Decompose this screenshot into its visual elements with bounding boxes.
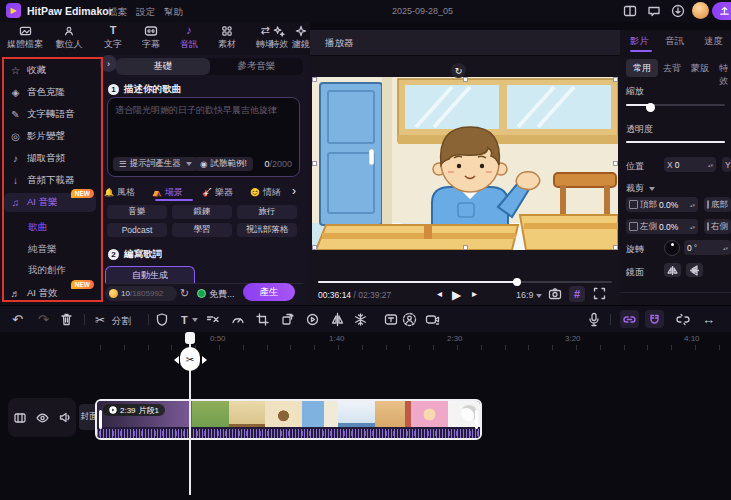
clip-trim-right-handle[interactable] bbox=[475, 410, 478, 429]
tag-vlog[interactable]: 視訊部落格 bbox=[237, 223, 297, 237]
aspect-ratio-dropdown[interactable]: 16:9 bbox=[516, 290, 542, 300]
category-instrument[interactable]: 🎸 樂器 bbox=[202, 186, 233, 199]
spinner-arrows-icon[interactable]: ▴▾ bbox=[690, 203, 695, 207]
position-x-stepper[interactable]: X0 ▴▾ bbox=[664, 157, 716, 172]
tags-more-button[interactable]: › bbox=[100, 55, 117, 72]
play-speed-icon[interactable] bbox=[306, 312, 319, 327]
avatar-circle-icon[interactable] bbox=[402, 312, 417, 327]
expand-timeline-icon[interactable]: ↔ bbox=[702, 312, 715, 327]
track-type-icon[interactable] bbox=[14, 412, 26, 424]
prompt-generator-button[interactable]: ☰ 提示詞產生器 bbox=[113, 157, 198, 171]
scale-slider[interactable] bbox=[626, 104, 725, 106]
lyrics-tab-auto-generate[interactable]: 自動生成 bbox=[105, 266, 195, 284]
generate-button[interactable]: 產生 bbox=[243, 283, 295, 301]
undo-icon[interactable]: ↶ bbox=[12, 312, 23, 327]
fullscreen-icon[interactable] bbox=[593, 287, 606, 300]
speed-gauge-icon[interactable] bbox=[231, 312, 245, 327]
split-label[interactable]: 分割 bbox=[112, 315, 131, 328]
category-mood[interactable]: 😊 情緒 bbox=[250, 186, 281, 199]
subtab-remove-bg[interactable]: 去背 bbox=[663, 62, 681, 75]
preview-canvas[interactable] bbox=[312, 77, 618, 250]
tab-speed[interactable]: 速度 bbox=[704, 35, 723, 48]
next-frame-button[interactable]: ▸ bbox=[472, 288, 477, 299]
tab-basic[interactable]: 基礎 bbox=[116, 58, 210, 75]
position-y-stepper[interactable]: Y bbox=[722, 157, 731, 172]
download-icon[interactable] bbox=[670, 3, 686, 19]
split-right-arrow-icon[interactable] bbox=[202, 356, 207, 364]
sidebar-subitem-my-creations[interactable]: 我的創作 bbox=[0, 261, 100, 279]
crop-bottom-field[interactable]: 底部 bbox=[704, 197, 731, 212]
track-mute-icon[interactable] bbox=[59, 412, 71, 423]
menu-help[interactable]: 幫助 bbox=[164, 6, 183, 19]
sidebar-subitem-instrumental[interactable]: 純音樂 bbox=[0, 240, 100, 258]
sample-button[interactable]: ◉ 試聽範例! bbox=[194, 157, 253, 171]
select-handle-right[interactable] bbox=[613, 161, 618, 166]
ribbon-effects[interactable]: 特效 bbox=[258, 24, 300, 54]
ribbon-media[interactable]: 媒體檔案 bbox=[4, 24, 46, 54]
rotate-handle-icon[interactable]: ↻ bbox=[451, 63, 466, 78]
crop-icon[interactable] bbox=[256, 312, 269, 327]
link-clips-toggle[interactable] bbox=[620, 310, 639, 328]
category-scene[interactable]: ⛺ 場景 bbox=[152, 186, 183, 199]
tag-podcast[interactable]: Podcast bbox=[107, 223, 167, 237]
subtab-mask[interactable]: 蒙版 bbox=[691, 62, 709, 75]
spinner-arrows-icon[interactable]: ▴▾ bbox=[690, 225, 695, 229]
tab-audio[interactable]: 音訊 bbox=[665, 35, 684, 48]
crop-right-field[interactable]: 右側 bbox=[704, 219, 731, 234]
flip-vertical-button[interactable] bbox=[686, 263, 703, 277]
record-camera-icon[interactable] bbox=[425, 312, 440, 327]
menu-settings[interactable]: 設定 bbox=[136, 6, 155, 19]
split-left-arrow-icon[interactable] bbox=[174, 356, 179, 364]
tag-travel[interactable]: 旅行 bbox=[237, 205, 297, 219]
ribbon-digital-human[interactable]: 數位人 bbox=[48, 24, 90, 54]
tab-video[interactable]: 影片 bbox=[630, 35, 649, 48]
sidebar-item-voice-clone[interactable]: ◈ 音色克隆 bbox=[4, 83, 96, 102]
sidebar-item-ai-music[interactable]: ♫ AI 音樂 NEW bbox=[4, 193, 96, 212]
delete-icon[interactable] bbox=[60, 312, 73, 327]
rotate-dial[interactable] bbox=[664, 240, 680, 256]
seek-thumb[interactable] bbox=[513, 278, 521, 286]
unlink-icon[interactable] bbox=[676, 312, 690, 327]
opacity-slider[interactable] bbox=[626, 141, 725, 143]
feedback-icon[interactable] bbox=[646, 3, 662, 19]
magnet-snap-toggle[interactable] bbox=[645, 310, 664, 328]
track-visibility-icon[interactable] bbox=[36, 413, 49, 423]
play-button[interactable]: ▶ bbox=[452, 288, 461, 302]
export-button[interactable] bbox=[712, 2, 731, 20]
split-at-playhead-button[interactable]: ✂ bbox=[180, 347, 200, 371]
sidebar-subitem-song[interactable]: 歌曲 bbox=[0, 218, 100, 236]
tag-study[interactable]: 學習 bbox=[172, 223, 232, 237]
snapshot-icon[interactable] bbox=[548, 287, 562, 300]
select-handle-top-left[interactable] bbox=[312, 77, 317, 82]
category-style[interactable]: 🔔 風格 bbox=[104, 186, 135, 199]
menu-file[interactable]: 檔案 bbox=[108, 6, 127, 19]
spinner-arrows-icon[interactable]: ▴▾ bbox=[723, 246, 728, 250]
refresh-icon[interactable]: ↻ bbox=[180, 287, 189, 300]
subtab-common[interactable]: 常用 bbox=[626, 59, 658, 77]
playhead-handle[interactable] bbox=[185, 332, 195, 344]
select-handle-top[interactable] bbox=[463, 77, 468, 82]
redo-icon[interactable]: ↷ bbox=[38, 312, 49, 327]
select-handle-top-right[interactable] bbox=[613, 77, 618, 82]
remove-keyframe-icon[interactable] bbox=[206, 312, 220, 327]
select-handle-left[interactable] bbox=[312, 161, 317, 166]
prev-frame-button[interactable]: ◂ bbox=[437, 288, 442, 299]
sidebar-item-extract-audio[interactable]: ♪ 擷取音頻 bbox=[4, 149, 96, 168]
mirror-flip-icon[interactable] bbox=[331, 312, 344, 327]
select-handle-bottom-left[interactable] bbox=[312, 245, 317, 250]
categories-chevron-right-icon[interactable]: › bbox=[292, 184, 296, 198]
grid-toggle[interactable]: # bbox=[569, 286, 585, 302]
text-sticker-icon[interactable] bbox=[384, 312, 398, 327]
select-handle-bottom-right[interactable] bbox=[613, 245, 618, 250]
flip-horizontal-button[interactable] bbox=[664, 263, 681, 277]
crop-top-field[interactable]: 頂部0.0% ▴▾ bbox=[626, 197, 698, 212]
crop-left-field[interactable]: 左側0.0% ▴▾ bbox=[626, 219, 698, 234]
song-description-input[interactable]: 適合陽光明媚的日子的歡快早晨吉他旋律 ☰ 提示詞產生器 ◉ 試聽範例! 0/20… bbox=[107, 97, 300, 177]
avatar[interactable] bbox=[692, 2, 709, 19]
clip-segment-1[interactable]: 2:39 片段1 bbox=[95, 399, 482, 440]
clip-trim-left-handle[interactable] bbox=[99, 410, 102, 429]
subtab-effects[interactable]: 特效 bbox=[719, 62, 731, 88]
tab-reference-music[interactable]: 參考音樂 bbox=[210, 58, 304, 75]
freeze-frame-icon[interactable] bbox=[354, 312, 367, 327]
scale-slider-thumb[interactable] bbox=[646, 103, 655, 112]
